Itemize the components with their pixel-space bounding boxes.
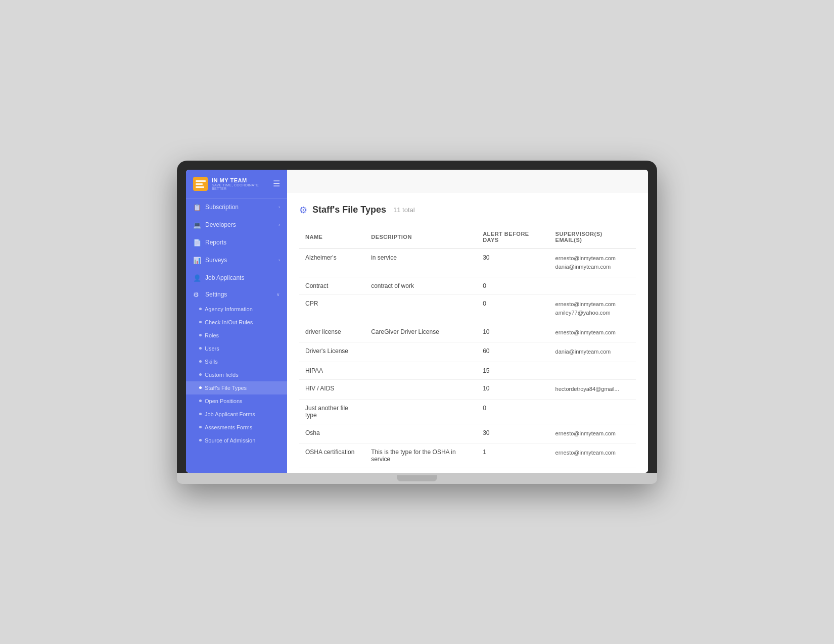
sidebar-sub-agency-information[interactable]: Agency Information <box>186 303 287 316</box>
cell-description: CareGiver Driver License <box>365 323 477 342</box>
cell-emails <box>549 362 636 380</box>
cell-emails: ernesto@inmyteam.com <box>549 424 636 443</box>
sidebar: IN MY TEAM SAVE TIME, COORDINATE BETTER … <box>186 170 287 473</box>
svg-rect-1 <box>196 183 203 185</box>
table-row: HIV / AIDS10hectordetroya84@gmail... <box>299 380 636 400</box>
cell-name: Alzheimer's <box>299 249 365 277</box>
sidebar-sub-skills[interactable]: Skills <box>186 355 287 368</box>
sidebar-sub-staffs-file-types[interactable]: Staff's File Types <box>186 381 287 394</box>
sub-item-label: Source of Admission <box>205 437 255 443</box>
cell-alert-days: 30 <box>477 424 549 443</box>
cell-emails: ernesto@inmyteam.comamiley77@yahoo.com <box>549 294 636 323</box>
sidebar-item-label: Developers <box>205 221 236 228</box>
sub-item-label: Users <box>205 345 219 352</box>
top-bar <box>287 170 648 192</box>
cell-description <box>365 362 477 380</box>
sidebar-sub-source-of-admission[interactable]: Source of Admission <box>186 434 287 447</box>
svg-rect-2 <box>196 186 204 188</box>
cell-description: in service <box>365 249 477 277</box>
settings-icon: ⚙ <box>193 291 201 299</box>
bullet-icon <box>199 308 202 310</box>
table-row: Alzheimer'sin service30ernesto@inmyteam.… <box>299 249 636 277</box>
main-content: ⚙ Staff's File Types 11 total NAME DESCR… <box>287 170 648 473</box>
page-title: Staff's File Types <box>312 205 386 215</box>
sidebar-item-subscription[interactable]: 📋 Subscription › <box>186 199 287 216</box>
sidebar-sub-roles[interactable]: Roles <box>186 329 287 342</box>
cell-name: CPR <box>299 294 365 323</box>
bullet-icon <box>199 439 202 441</box>
cell-alert-days: 10 <box>477 380 549 400</box>
subscription-icon: 📋 <box>193 204 201 211</box>
sidebar-item-label: Reports <box>205 239 226 246</box>
bullet-icon <box>199 334 202 336</box>
cell-name: Just another file type <box>299 399 365 424</box>
page-total: 11 total <box>393 206 415 214</box>
sidebar-item-settings[interactable]: ⚙ Settings ∨ <box>186 287 287 303</box>
sidebar-sub-users[interactable]: Users <box>186 342 287 355</box>
bullet-icon <box>199 360 202 363</box>
cell-emails: ernesto@inmyteam.com <box>549 443 636 468</box>
cell-name: Driver's License <box>299 342 365 362</box>
col-emails: SUPERVISOR(S) EMAIL(S) <box>549 226 636 249</box>
sub-item-label: Check In/Out Rules <box>205 319 253 325</box>
hamburger-icon[interactable]: ☰ <box>273 179 280 188</box>
file-types-icon: ⚙ <box>299 205 307 216</box>
brand-name: IN MY TEAM <box>212 177 269 183</box>
arrow-icon: › <box>279 222 280 227</box>
sidebar-sub-open-positions[interactable]: Open Positions <box>186 394 287 408</box>
arrow-icon: › <box>279 205 280 210</box>
sidebar-logo: IN MY TEAM SAVE TIME, COORDINATE BETTER … <box>186 170 287 199</box>
bullet-icon <box>199 413 202 415</box>
cell-alert-days: 30 <box>477 249 549 277</box>
sidebar-sub-custom-fields[interactable]: Custom fields <box>186 368 287 381</box>
cell-name: OSHA certification <box>299 443 365 468</box>
reports-icon: 📄 <box>193 239 201 246</box>
bullet-icon <box>199 321 202 323</box>
cell-description <box>365 294 477 323</box>
bullet-icon <box>199 400 202 402</box>
sub-item-label: Open Positions <box>205 398 243 404</box>
cell-description <box>365 380 477 400</box>
cell-alert-days: 60 <box>477 342 549 362</box>
sub-item-label: Agency Information <box>205 306 253 312</box>
cell-emails: hectordetroya84@gmail... <box>549 380 636 400</box>
laptop-notch <box>397 475 437 481</box>
cell-alert-days: 1 <box>477 443 549 468</box>
svg-rect-0 <box>196 180 206 182</box>
cell-description: This is the type for the OSHA in service <box>365 443 477 468</box>
cell-description <box>365 424 477 443</box>
sub-item-label: Staff's File Types <box>205 385 247 391</box>
cell-alert-days: 0 <box>477 399 549 424</box>
cell-alert-days: 0 <box>477 294 549 323</box>
logo-icon <box>193 177 208 191</box>
cell-name: driver license <box>299 323 365 342</box>
cell-description: contract of work <box>365 277 477 294</box>
content-area: ⚙ Staff's File Types 11 total NAME DESCR… <box>287 192 648 473</box>
table-row: CPR0ernesto@inmyteam.comamiley77@yahoo.c… <box>299 294 636 323</box>
sidebar-item-developers[interactable]: 💻 Developers › <box>186 216 287 234</box>
job-applicants-icon: 👤 <box>193 274 201 282</box>
sub-item-label: Roles <box>205 332 219 338</box>
arrow-icon: › <box>279 258 280 263</box>
sub-item-label: Job Applicant Forms <box>205 411 255 417</box>
sidebar-item-label: Subscription <box>205 204 239 211</box>
bullet-icon <box>199 373 202 376</box>
sidebar-item-surveys[interactable]: 📊 Surveys › <box>186 252 287 269</box>
cell-name: Osha <box>299 424 365 443</box>
table-row: Osha30ernesto@inmyteam.com <box>299 424 636 443</box>
cell-emails: ernesto@inmyteam.com <box>549 323 636 342</box>
sidebar-sub-job-applicant-forms[interactable]: Job Applicant Forms <box>186 408 287 421</box>
cell-description <box>365 399 477 424</box>
sidebar-item-job-applicants[interactable]: 👤 Job Applicants <box>186 269 287 287</box>
surveys-icon: 📊 <box>193 257 201 264</box>
table-row: HIPAA15 <box>299 362 636 380</box>
sidebar-item-label: Job Applicants <box>205 274 244 281</box>
cell-emails <box>549 399 636 424</box>
table-row: Driver's License60dania@inmyteam.com <box>299 342 636 362</box>
sidebar-item-reports[interactable]: 📄 Reports <box>186 234 287 252</box>
col-alert-days: ALERT BEFORE DAYS <box>477 226 549 249</box>
page-header: ⚙ Staff's File Types 11 total <box>299 205 636 216</box>
sidebar-sub-assesments-forms[interactable]: Assesments Forms <box>186 421 287 434</box>
cell-alert-days: 0 <box>477 277 549 294</box>
sidebar-sub-check-in-out-rules[interactable]: Check In/Out Rules <box>186 316 287 329</box>
